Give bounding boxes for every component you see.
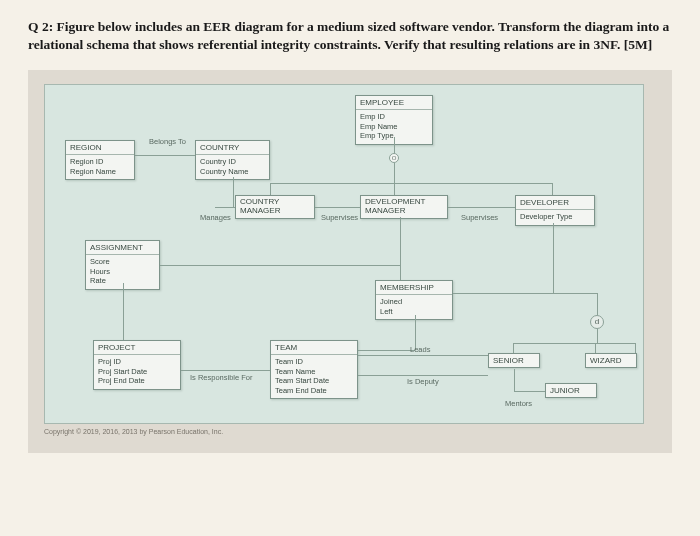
entity-country: COUNTRY Country ID Country Name xyxy=(195,140,270,180)
rel-supervises1: Supervises xyxy=(321,213,358,222)
page-root: Q 2: Figure below includes an EER diagra… xyxy=(0,0,700,536)
attr: Joined xyxy=(380,297,448,306)
conn xyxy=(394,163,395,183)
entity-membership: MEMBERSHIP Joined Left xyxy=(375,280,453,320)
conn xyxy=(553,223,554,293)
conn xyxy=(400,217,401,280)
attr: Team End Date xyxy=(275,386,353,395)
conn xyxy=(358,375,488,376)
entity-wizard: WIZARD xyxy=(585,353,637,368)
entity-title: MEMBERSHIP xyxy=(376,281,452,295)
attr: Hours xyxy=(90,267,155,276)
entity-title: ASSIGNMENT xyxy=(86,241,159,255)
conn xyxy=(514,391,545,392)
entity-title: JUNIOR xyxy=(546,384,596,397)
attr: Country Name xyxy=(200,167,265,176)
rel-supervises2: Supervises xyxy=(461,213,498,222)
rel-responsible: Is Responsible For xyxy=(190,373,253,382)
entity-title: REGION xyxy=(66,141,134,155)
conn xyxy=(514,369,515,391)
subtype-indicator-d: d xyxy=(590,315,604,329)
conn-manages-h xyxy=(215,207,235,208)
entity-region: REGION Region ID Region Name xyxy=(65,140,135,180)
rel-belongs-to: Belongs To xyxy=(149,137,186,146)
attr: Team Start Date xyxy=(275,376,353,385)
conn xyxy=(597,329,598,343)
attr: Developer Type xyxy=(520,212,590,221)
entity-project: PROJECT Proj ID Proj Start Date Proj End… xyxy=(93,340,181,389)
attr: Region Name xyxy=(70,167,130,176)
entity-title: TEAM xyxy=(271,341,357,355)
eer-diagram: EMPLOYEE Emp ID Emp Name Emp Type REGION… xyxy=(44,84,644,424)
entity-attrs: Country ID Country Name xyxy=(196,155,269,179)
conn xyxy=(270,183,552,184)
rel-leads: Leads xyxy=(410,345,430,354)
conn xyxy=(123,283,124,340)
rel-manages: Manages xyxy=(200,213,231,222)
entity-attrs: Developer Type xyxy=(516,210,594,224)
attr: Region ID xyxy=(70,157,130,166)
attr: Proj Start Date xyxy=(98,367,176,376)
entity-title: DEVELOPER xyxy=(516,196,594,210)
entity-title: PROJECT xyxy=(94,341,180,355)
conn xyxy=(394,183,395,195)
attr: Proj ID xyxy=(98,357,176,366)
entity-attrs: Region ID Region Name xyxy=(66,155,134,179)
entity-title: COUNTRY MANAGER xyxy=(236,196,314,218)
entity-junior: JUNIOR xyxy=(545,383,597,398)
entity-team: TEAM Team ID Team Name Team Start Date T… xyxy=(270,340,358,399)
diagram-frame: EMPLOYEE Emp ID Emp Name Emp Type REGION… xyxy=(28,70,672,453)
attr: Emp ID xyxy=(360,112,428,121)
entity-title: COUNTRY xyxy=(196,141,269,155)
conn xyxy=(635,343,636,353)
entity-assignment: ASSIGNMENT Score Hours Rate xyxy=(85,240,160,289)
question-text: Q 2: Figure below includes an EER diagra… xyxy=(0,0,700,62)
conn xyxy=(553,293,597,294)
entity-attrs: Proj ID Proj Start Date Proj End Date xyxy=(94,355,180,388)
entity-title: SENIOR xyxy=(489,354,539,367)
attr: Team Name xyxy=(275,367,353,376)
conn xyxy=(270,183,271,195)
rel-is-deputy: Is Deputy xyxy=(407,377,439,386)
entity-senior: SENIOR xyxy=(488,353,540,368)
attr: Emp Name xyxy=(360,122,428,131)
conn-sup1 xyxy=(315,207,360,208)
entity-attrs: Joined Left xyxy=(376,295,452,319)
conn xyxy=(453,293,553,294)
entity-title: WIZARD xyxy=(586,354,636,367)
conn xyxy=(513,343,514,353)
rel-mentors: Mentors xyxy=(505,399,532,408)
attr: Team ID xyxy=(275,357,353,366)
subtype-indicator-o: O xyxy=(389,153,399,163)
copyright-text: Copyright © 2019, 2016, 2013 by Pearson … xyxy=(44,428,656,435)
conn xyxy=(597,293,598,315)
entity-developer: DEVELOPER Developer Type xyxy=(515,195,595,225)
entity-title: DEVELOPMENT MANAGER xyxy=(361,196,447,218)
entity-attrs: Team ID Team Name Team Start Date Team E… xyxy=(271,355,357,398)
conn xyxy=(595,343,596,353)
conn-belongs-to xyxy=(135,155,195,156)
conn xyxy=(160,265,400,266)
entity-country-manager: COUNTRY MANAGER xyxy=(235,195,315,219)
entity-title: EMPLOYEE xyxy=(356,96,432,110)
attr: Country ID xyxy=(200,157,265,166)
conn xyxy=(181,370,270,371)
attr: Left xyxy=(380,307,448,316)
attr: Score xyxy=(90,257,155,266)
conn xyxy=(358,350,415,351)
conn xyxy=(552,183,553,195)
conn xyxy=(513,343,635,344)
conn-sup2 xyxy=(448,207,515,208)
conn xyxy=(358,355,488,356)
entity-development-manager: DEVELOPMENT MANAGER xyxy=(360,195,448,219)
attr: Proj End Date xyxy=(98,376,176,385)
conn-manages-v xyxy=(233,177,234,207)
